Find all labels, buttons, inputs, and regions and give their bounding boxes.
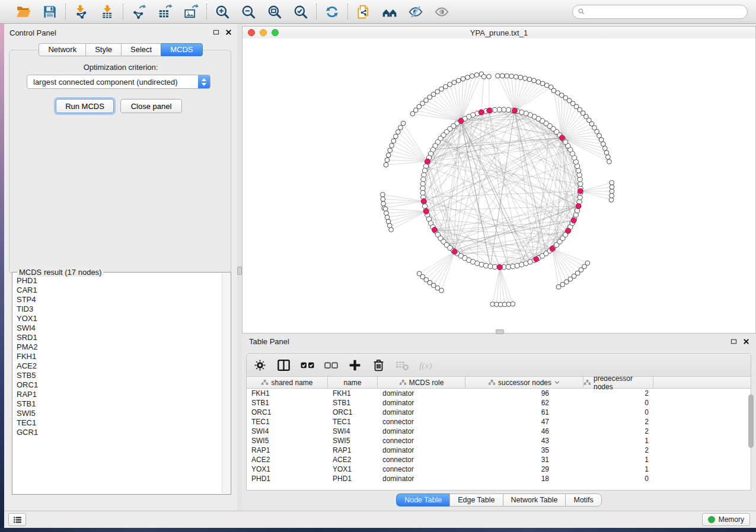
network-leaf-node[interactable] xyxy=(551,88,556,93)
network-hub-node[interactable] xyxy=(571,218,576,223)
mcds-result-item[interactable]: YOX1 xyxy=(17,314,222,323)
network-leaf-node[interactable] xyxy=(604,150,609,155)
refresh-icon[interactable] xyxy=(324,4,340,20)
mcds-result-item[interactable]: TEC1 xyxy=(17,418,222,428)
zoom-out-icon[interactable] xyxy=(241,4,256,20)
cell-predecessor-nodes[interactable]: 0 xyxy=(583,398,653,408)
cell-name[interactable]: YOX1 xyxy=(328,464,378,474)
cell-name[interactable]: SWI4 xyxy=(328,427,378,436)
network-leaf-node[interactable] xyxy=(610,180,614,185)
vertical-splitter[interactable] xyxy=(237,24,242,511)
import-table-icon[interactable] xyxy=(100,4,115,20)
network-leaf-node[interactable] xyxy=(385,158,390,162)
cell-predecessor-nodes[interactable]: 0 xyxy=(583,408,653,417)
mcds-result-item[interactable]: PHD1 xyxy=(17,276,222,286)
network-hub-node[interactable] xyxy=(497,265,503,270)
open-session-icon[interactable] xyxy=(16,4,31,20)
cell-name[interactable]: SWI5 xyxy=(328,436,378,446)
mcds-result-item[interactable]: RAP1 xyxy=(17,390,222,399)
cell-successor-nodes[interactable]: 61 xyxy=(465,408,583,417)
network-leaf-node[interactable] xyxy=(410,111,415,116)
cell-successor-nodes[interactable]: 35 xyxy=(465,446,583,455)
network-leaf-node[interactable] xyxy=(383,207,388,211)
cell-successor-nodes[interactable]: 18 xyxy=(465,474,583,483)
network-leaf-node[interactable] xyxy=(444,84,448,89)
horizontal-splitter-handle[interactable] xyxy=(496,329,504,334)
export-network-icon[interactable] xyxy=(131,4,146,20)
mcds-result-item[interactable]: SRD1 xyxy=(17,333,222,342)
cell-MCDS-role[interactable]: dominator xyxy=(378,474,465,483)
table-row[interactable]: ORC1ORC1dominator610 xyxy=(247,408,751,417)
cell-shared-name[interactable]: ORC1 xyxy=(247,408,328,417)
network-node[interactable] xyxy=(483,263,488,268)
cell-successor-nodes[interactable]: 96 xyxy=(465,389,583,398)
cell-shared-name[interactable]: RAP1 xyxy=(247,446,328,455)
mcds-result-item[interactable]: TID3 xyxy=(17,305,222,314)
mcds-result-item[interactable]: SWI5 xyxy=(17,409,222,418)
network-leaf-node[interactable] xyxy=(585,261,590,265)
table-row[interactable]: YOX1YOX1connector291 xyxy=(247,464,751,474)
cell-predecessor-nodes[interactable]: 1 xyxy=(583,436,653,446)
cell-successor-nodes[interactable]: 47 xyxy=(465,417,583,427)
network-leaf-node[interactable] xyxy=(448,82,452,87)
network-hub-node[interactable] xyxy=(452,249,457,254)
network-leaf-node[interactable] xyxy=(389,227,394,232)
network-hub-node[interactable] xyxy=(566,228,571,233)
cell-successor-nodes[interactable]: 31 xyxy=(465,455,583,464)
table-mode-icon[interactable] xyxy=(253,358,267,373)
network-leaf-node[interactable] xyxy=(511,302,515,306)
network-leaf-node[interactable] xyxy=(384,162,388,167)
cell-predecessor-nodes[interactable]: 1 xyxy=(583,455,653,464)
network-leaf-node[interactable] xyxy=(461,76,465,81)
tab-select[interactable]: Select xyxy=(121,43,161,56)
export-table-icon[interactable] xyxy=(157,4,173,20)
network-leaf-node[interactable] xyxy=(487,74,492,79)
mcds-result-item[interactable]: ACE2 xyxy=(17,361,222,371)
cell-MCDS-role[interactable]: connector xyxy=(378,464,465,474)
network-leaf-node[interactable] xyxy=(500,73,505,78)
table-row[interactable]: STB1STB1dominator620 xyxy=(247,398,751,408)
network-hub-node[interactable] xyxy=(578,188,583,194)
cell-shared-name[interactable]: TEC1 xyxy=(247,417,328,427)
network-hub-node[interactable] xyxy=(550,246,555,252)
network-hub-node[interactable] xyxy=(512,108,518,113)
network-leaf-node[interactable] xyxy=(607,159,612,164)
cell-name[interactable]: STB1 xyxy=(328,398,378,408)
column-header-name[interactable]: name xyxy=(328,377,378,388)
table-row[interactable]: RAP1RAP1dominator352 xyxy=(247,446,751,455)
network-hub-node[interactable] xyxy=(423,209,429,214)
memory-button[interactable]: Memory xyxy=(702,513,750,526)
network-canvas[interactable] xyxy=(243,39,755,333)
tab-mcds[interactable]: MCDS xyxy=(161,43,202,56)
save-session-icon[interactable] xyxy=(42,4,58,20)
network-hub-node[interactable] xyxy=(432,227,437,233)
network-hub-node[interactable] xyxy=(576,204,581,209)
network-leaf-node[interactable] xyxy=(518,75,523,80)
network-leaf-node[interactable] xyxy=(474,73,479,78)
network-leaf-node[interactable] xyxy=(391,139,396,143)
deselect-all-icon[interactable] xyxy=(324,358,339,373)
network-leaf-node[interactable] xyxy=(395,130,400,134)
cell-name[interactable]: PHD1 xyxy=(328,474,378,483)
network-leaf-node[interactable] xyxy=(385,215,390,220)
cell-predecessor-nodes[interactable]: 0 xyxy=(583,474,653,483)
run-mcds-button[interactable]: Run MCDS xyxy=(56,99,114,113)
network-node[interactable] xyxy=(578,181,583,186)
network-leaf-node[interactable] xyxy=(470,74,474,79)
delete-columns-icon[interactable] xyxy=(371,358,386,373)
table-row[interactable]: FKH1FKH1dominator962 xyxy=(247,389,751,398)
cell-shared-name[interactable]: ACE2 xyxy=(247,455,328,464)
table-row[interactable]: PHD1PHD1dominator180 xyxy=(247,474,751,483)
network-leaf-node[interactable] xyxy=(496,73,500,78)
network-leaf-node[interactable] xyxy=(381,201,386,206)
zoom-fit-icon[interactable] xyxy=(267,4,282,20)
cell-MCDS-role[interactable]: dominator xyxy=(378,389,465,398)
close-table-panel-icon[interactable] xyxy=(742,338,750,345)
network-leaf-node[interactable] xyxy=(384,211,389,216)
table-row[interactable]: TEC1TEC1connector472 xyxy=(247,417,751,427)
column-header-MCDS-role[interactable]: MCDS role xyxy=(378,377,465,388)
cell-shared-name[interactable]: SWI4 xyxy=(247,427,328,436)
cell-shared-name[interactable]: PHD1 xyxy=(247,474,328,483)
network-leaf-node[interactable] xyxy=(481,75,486,79)
cell-shared-name[interactable]: STB1 xyxy=(247,398,328,408)
